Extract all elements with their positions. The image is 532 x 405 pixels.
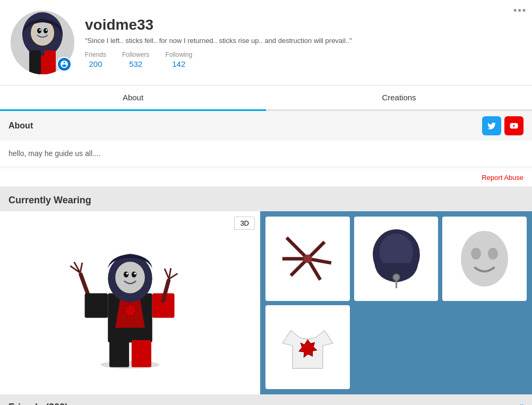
stats: Friends 200 Followers 532 Following 142 <box>85 51 521 68</box>
social-icons <box>482 116 524 135</box>
following-stat: Following 142 <box>165 51 192 68</box>
character-view: 3D <box>0 211 260 394</box>
svg-point-4 <box>37 28 41 33</box>
svg-point-39 <box>303 254 312 263</box>
svg-point-7 <box>46 29 47 31</box>
twitter-button[interactable] <box>482 116 501 135</box>
username: voidme33 <box>85 16 521 33</box>
friends-title: Friends (200) <box>8 402 68 405</box>
friends-section: Friends (200) See All <box>0 394 532 405</box>
see-all-link[interactable]: See All <box>499 403 524 405</box>
about-text: hello, may he guide us all.... <box>8 149 524 158</box>
avatar-container <box>11 11 74 74</box>
wearing-content: 3D <box>0 211 532 394</box>
friends-header: Friends (200) See All <box>0 394 532 405</box>
wearing-section: Currently Wearing 3D <box>0 187 532 394</box>
followers-stat: Followers 532 <box>122 51 149 68</box>
svg-rect-18 <box>109 340 129 367</box>
item-cell-4[interactable] <box>265 305 350 390</box>
report-abuse-link[interactable]: Report Abuse <box>482 174 524 182</box>
svg-point-6 <box>39 29 41 31</box>
svg-point-25 <box>134 272 136 274</box>
friends-label: Friends <box>85 51 106 58</box>
svg-point-47 <box>471 248 481 260</box>
about-section: About hello, may he guide us all.... Rep… <box>0 111 532 186</box>
svg-point-48 <box>488 248 498 260</box>
item-cell-1[interactable] <box>265 217 350 301</box>
svg-rect-19 <box>132 340 151 367</box>
tab-about[interactable]: About <box>0 85 266 111</box>
svg-point-22 <box>124 271 128 277</box>
items-grid <box>260 211 532 394</box>
item-cell-2[interactable] <box>354 217 439 301</box>
about-header: About <box>0 111 532 141</box>
about-body: hello, may he guide us all.... <box>0 141 532 166</box>
tab-creations[interactable]: Creations <box>266 85 532 111</box>
more-options-button[interactable]: ••• <box>513 5 527 16</box>
profile-card: voidme33 "Since I left.. sticks fell.. f… <box>0 0 532 85</box>
following-value: 142 <box>165 59 192 68</box>
online-badge <box>57 57 72 72</box>
view-3d-button[interactable]: 3D <box>234 217 255 230</box>
youtube-button[interactable] <box>504 116 524 135</box>
svg-rect-27 <box>85 293 108 317</box>
svg-rect-10 <box>44 50 56 74</box>
svg-point-46 <box>461 231 508 287</box>
profile-info: voidme33 "Since I left.. sticks fell.. f… <box>85 16 521 68</box>
friends-stat: Friends 200 <box>85 51 106 68</box>
followers-value: 532 <box>122 59 149 68</box>
wearing-title: Currently Wearing <box>0 187 532 211</box>
followers-label: Followers <box>122 51 149 58</box>
svg-line-14 <box>74 261 80 273</box>
svg-point-23 <box>132 271 136 277</box>
bio: "Since I left.. sticks fell.. for now I … <box>85 37 521 45</box>
about-title: About <box>8 121 33 131</box>
tabs-bar: About Creations <box>0 85 532 111</box>
following-label: Following <box>165 51 192 58</box>
report-bar: Report Abuse <box>0 168 532 186</box>
svg-point-3 <box>33 22 52 44</box>
svg-rect-9 <box>29 50 41 74</box>
svg-point-43 <box>393 274 400 281</box>
svg-point-24 <box>126 272 128 274</box>
svg-point-21 <box>115 262 145 293</box>
item-cell-3[interactable] <box>442 217 527 301</box>
content-area: About hello, may he guide us all.... Rep… <box>0 111 532 405</box>
friends-value: 200 <box>85 59 106 68</box>
svg-point-5 <box>44 28 48 33</box>
